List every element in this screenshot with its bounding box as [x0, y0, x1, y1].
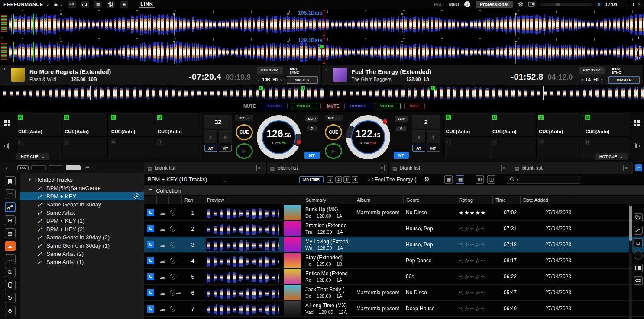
add-playlist-icon[interactable]: +: [134, 193, 139, 199]
col-album-header[interactable]: Album: [354, 196, 403, 204]
deck1-slip-button[interactable]: SLIP: [305, 116, 318, 122]
deck2-slip-button[interactable]: SLIP: [395, 116, 408, 122]
gear-icon[interactable]: ⚙: [518, 1, 524, 8]
table-scrollbar[interactable]: [629, 205, 632, 319]
sync-badge-icon[interactable]: ⇅: [147, 289, 154, 296]
deck1-beat-sync-button[interactable]: BEAT SYNC: [287, 67, 302, 74]
sync-badge-icon[interactable]: ⇅: [147, 209, 154, 216]
master-deck-button[interactable]: MASTER: [299, 176, 324, 183]
waveform-view-icon[interactable]: [4, 143, 10, 149]
col-rank-header[interactable]: Ran: [181, 196, 204, 204]
deck2-beat-sync-button[interactable]: BEAT SYNC: [608, 67, 624, 74]
hotcue-pad[interactable]: C CUE(Auto): [536, 113, 582, 137]
search-input[interactable]: ▾: [507, 176, 580, 184]
deck2-int-mode[interactable]: INT ⌄: [325, 115, 343, 121]
deck2-key-sync-button[interactable]: KEY SYNC: [579, 67, 605, 74]
track-rating-stars[interactable]: ☆☆☆☆☆: [456, 301, 492, 316]
search-icon[interactable]: [5, 267, 16, 277]
pad-grid-icon[interactable]: [634, 120, 640, 126]
col-preview-header[interactable]: Preview: [204, 196, 282, 204]
panel-menu-icon[interactable]: ≣: [623, 165, 629, 171]
tree-item[interactable]: BPM + KEY (1) +: [20, 217, 144, 225]
deck-load-button[interactable]: 2: [335, 176, 342, 183]
deck1-stem-vocal-button[interactable]: VOCAL: [291, 103, 317, 109]
deck1-mt-tempo-button[interactable]: MT: [304, 152, 320, 159]
deck1-beatjump-value[interactable]: 32: [204, 115, 232, 129]
mobile-device-icon[interactable]: [5, 280, 16, 290]
deck1-master-button[interactable]: MASTER: [287, 76, 318, 84]
palette-toggle[interactable]: ≣: [634, 162, 644, 174]
tree-item[interactable]: Same Genre in 30day (2) +: [20, 233, 144, 242]
beatjump-forward-button[interactable]: ›: [427, 130, 440, 143]
hotcue-pad[interactable]: A CUE(Auto): [443, 113, 489, 137]
deck2-mt-button[interactable]: MT: [427, 145, 440, 152]
beatjump-back-button[interactable]: ‹: [204, 130, 217, 143]
key-shift-right-icon[interactable]: ›: [280, 77, 282, 82]
key-shift-right-icon[interactable]: ›: [601, 77, 602, 82]
deck1-cue-button[interactable]: CUE: [236, 124, 253, 140]
artwork-panel-icon[interactable]: ⊞: [634, 238, 643, 247]
hotcue-pad[interactable]: B CUE(Auto): [490, 113, 535, 137]
col-time-header[interactable]: Time: [492, 196, 520, 204]
sync-badge-icon[interactable]: ⇅: [147, 257, 154, 264]
table-row[interactable]: ⇅ ☁ ? 2 Promise (Extende Tra 128.00 1A: [144, 221, 644, 237]
volume-handle[interactable]: [556, 3, 560, 6]
deck2-hotcue-mode-dropdown[interactable]: HOT CUE ⌄: [595, 153, 628, 160]
sampler-panel-button[interactable]: [81, 1, 89, 8]
beatjump-forward-button[interactable]: ›: [219, 130, 232, 143]
expand-right-icon[interactable]: ›: [637, 34, 639, 42]
color-filter-1[interactable]: [31, 165, 46, 170]
hotcue-pad[interactable]: H: [155, 138, 201, 158]
deck1-overview-waveform[interactable]: [3, 86, 324, 100]
track-rating-stars[interactable]: ☆☆☆☆☆: [456, 285, 492, 300]
deck1-mt-button[interactable]: MT: [219, 145, 232, 152]
midi-toggle[interactable]: MIDI: [449, 2, 459, 7]
blank-list-panel[interactable]: ▤ blank list ≣: [389, 162, 511, 174]
tree-item[interactable]: Same Genre in 30day +: [20, 200, 144, 209]
sampler-bank-icon[interactable]: ⊞: [5, 215, 16, 225]
blank-list-panel[interactable]: ▤ blank list ≣: [144, 162, 266, 174]
deck2-at-button[interactable]: AT: [412, 145, 425, 152]
list-filter-icon[interactable]: ≣: [85, 164, 89, 171]
panel-expand-icon[interactable]: ›: [2, 35, 3, 41]
speaker-icon[interactable]: [528, 2, 535, 7]
scissors-icon[interactable]: [635, 55, 641, 61]
close-button[interactable]: ×: [638, 2, 641, 7]
sync-badge-icon[interactable]: ⇅: [147, 305, 154, 313]
tree-root-related-tracks[interactable]: ▼ Related Tracks: [20, 175, 144, 184]
table-row[interactable]: ⇅ ☁ ?CUE 6 Jack That Body ( Do 128.00 1A: [144, 285, 644, 301]
hotcue-pad[interactable]: G: [536, 138, 582, 158]
tree-expand-icon[interactable]: ▼: [28, 177, 32, 182]
panel-menu-icon[interactable]: ≣: [256, 165, 262, 171]
table-row[interactable]: ⇅ ☁ ? 4 Stay (Extended) Ho 125.00 1B: [144, 253, 644, 269]
chevron-down-icon[interactable]: ⌄: [92, 165, 95, 170]
hotcue-pad[interactable]: A CUE(Auto): [16, 113, 61, 137]
deck-load-button[interactable]: 4: [352, 176, 358, 183]
tracklist-icon[interactable]: ≣: [5, 189, 16, 199]
table-row[interactable]: ⇅ ☁ ? 3 My Loving (Extend Wa 128.00 1A: [144, 237, 644, 253]
link-tracks-icon[interactable]: [635, 46, 641, 51]
tree-item[interactable]: Same Artist +: [20, 209, 144, 217]
col-rating-header[interactable]: Rating: [456, 196, 492, 204]
sync-badge-icon[interactable]: ⇅: [147, 225, 154, 232]
waveform-view-icon[interactable]: [634, 143, 640, 149]
deck2-master-button[interactable]: MASTER: [608, 76, 640, 84]
deck2-stem-drums-button[interactable]: DRUMS: [344, 103, 371, 109]
pads-panel-button[interactable]: ▦: [94, 1, 102, 8]
master-volume-slider[interactable]: [540, 3, 592, 6]
pad-toggle[interactable]: PAD: [434, 2, 443, 7]
tree-item[interactable]: BPM + KEY (2) +: [20, 225, 144, 233]
related-tracks-icon[interactable]: [5, 202, 16, 212]
mixer-panel-button[interactable]: [107, 1, 115, 8]
tag-filter-button[interactable]: TAG: [17, 165, 29, 170]
hotcue-pad[interactable]: C CUE(Auto): [109, 113, 154, 137]
table-row[interactable]: ⇅ ☁ ? 1 Bunk Up (MX) Do 128.00 1A: [144, 205, 644, 221]
table-row[interactable]: ⇅ ☁ ? 7 A Long Time (MX) Vad 120.00 12A: [144, 301, 644, 317]
deck2-jog-wheel[interactable]: 122.15 0.1% ±10: [346, 115, 390, 159]
minimize-button[interactable]: –: [622, 2, 625, 7]
key-shift-left-icon[interactable]: ‹: [258, 77, 259, 82]
tree-item[interactable]: BPM + KEY +: [20, 192, 144, 200]
history-icon[interactable]: ↻: [5, 293, 16, 303]
deck2-stem-vocal-button[interactable]: VOCAL: [375, 103, 401, 109]
microphone-icon[interactable]: [5, 306, 16, 316]
